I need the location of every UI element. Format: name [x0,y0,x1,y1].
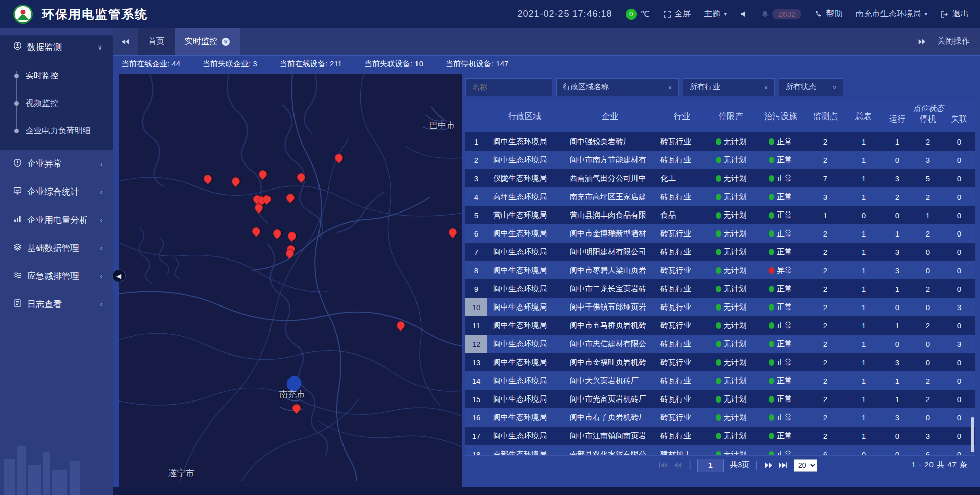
sidebar-item-5[interactable]: 应急减排管理‹ [0,262,113,290]
sidebar-item-0[interactable]: 数据监测∨ [0,35,113,59]
logout-button[interactable]: 退出 [941,9,969,19]
sidebar-subitem[interactable]: 企业电力负荷明细 [0,117,113,145]
table-row[interactable]: 15阆中生态环境局阆中市光富页岩机砖厂砖瓦行业无计划正常21120 [465,390,975,408]
table-row[interactable]: 17阆中生态环境局阆中市江南镇阆南页岩砖瓦行业无计划正常21030 [465,427,975,445]
help-button[interactable]: 帮助 [815,9,842,19]
map-panel[interactable]: 巴中市南充市遂宁市 ◀ [119,74,462,487]
cell-stopped: 0 [913,358,943,367]
double-chevron-right-icon[interactable] [918,38,926,45]
cell-company: 阆中大兴页岩机砖厂 [562,376,657,386]
chevron-collapsed-icon: ‹ [100,272,102,280]
chevron-down-icon: ∨ [97,43,102,51]
industry-select[interactable]: 所有行业 ∨ [683,78,775,96]
cell-production-limit: 无计划 [706,229,755,239]
fullscreen-button[interactable]: 全屏 [663,9,691,19]
table-row[interactable]: 18南部生态环境局南部县双化水泥有限公建材加工无计划正常60060 [465,445,975,455]
cell-total-meters: 1 [845,266,882,275]
cell-region: 阆中生态环境局 [487,284,562,294]
table-row[interactable]: 12阆中生态环境局阆中市忠信建材有限公砖瓦行业无计划正常21003 [465,335,975,353]
sidebar-subitem[interactable]: 视频监控 [0,89,113,117]
sidebar-item-6[interactable]: 日志查看‹ [0,290,113,318]
app-header: 环保用电监管系统 2021-02-25 17:46:18 0 ℃ 全屏 主题 ▾ [0,0,980,28]
cell-row-number: 3 [465,174,487,183]
first-page-button[interactable] [659,462,668,469]
close-operations-button[interactable]: 关闭操作 [937,36,970,47]
chevron-collapsed-icon: ‹ [100,188,102,196]
page-input[interactable] [697,459,724,472]
sidebar-item-3[interactable]: 企业用电量分析‹ [0,206,113,234]
status-dot-icon [769,359,774,366]
table-row[interactable]: 10阆中生态环境局阆中千佛镇五郎垭页岩砖瓦行业无计划正常21003 [465,298,975,316]
cell-industry: 砖瓦行业 [657,394,706,404]
cell-row-number: 11 [465,321,487,330]
table-row[interactable]: 6阆中生态环境局阆中市金博瑞新型墙材砖瓦行业无计划正常21120 [465,224,975,243]
chevron-collapsed-icon: ‹ [100,160,102,168]
region-select[interactable]: 行政区域名称 ∨ [556,78,679,96]
cell-monitor-points: 2 [805,376,845,385]
cell-stopped: 6 [913,450,943,456]
cell-row-number: 5 [465,211,487,220]
table-row[interactable]: 11阆中生态环境局阆中市五马桥页岩机砖砖瓦行业无计划正常21120 [465,316,975,335]
prev-page-button[interactable] [674,462,682,469]
sidebar-subitem[interactable]: 实时监控 [0,62,113,89]
status-metric: 当前在线设备: 211 [280,59,342,69]
cell-production-limit: 无计划 [706,413,755,422]
user-menu[interactable]: 南充市生态环境局 ▾ [855,9,927,19]
cell-running: 0 [882,432,913,440]
notification-button[interactable]: 2632 [761,9,801,19]
map-collapse-button[interactable]: ◀ [112,269,126,282]
cell-pollution-facility: 正常 [755,413,805,422]
tabs-scroll-left-button[interactable] [113,28,138,55]
sidebar-item-2[interactable]: 企业综合统计‹ [0,178,113,206]
cell-monitor-points: 2 [805,248,845,256]
status-dot-icon [716,433,721,439]
cell-total-meters: 1 [845,358,882,367]
cell-running: 0 [882,340,913,348]
page-size-select[interactable]: 20 [794,459,817,472]
divider: | [755,460,758,470]
tab-首页[interactable]: 首页 [138,28,175,55]
cell-running: 1 [882,395,913,404]
cell-region: 阆中生态环境局 [487,266,562,275]
status-dot-icon [716,414,721,421]
table-row[interactable]: 14阆中生态环境局阆中大兴页岩机砖厂砖瓦行业无计划正常21120 [465,371,975,390]
tab-实时监控[interactable]: 实时监控✕ [175,28,240,55]
status-select[interactable]: 所有状态 ∨ [779,78,843,96]
theme-dropdown[interactable]: 主题 ▾ [704,9,727,19]
cell-total-meters: 0 [845,450,882,456]
status-dot-icon [716,157,721,163]
sidebar-item-1[interactable]: 企业异常‹ [0,150,113,178]
status-dot-icon [716,451,721,456]
table-row[interactable]: 5营山生态环境局营山县润丰肉食品有限食品无计划正常10010 [465,206,975,224]
table-row[interactable]: 3仪陇生态环境局西南油气田分公司川中化工无计划正常71350 [465,169,975,187]
cell-production-limit: 无计划 [706,431,755,441]
table-row[interactable]: 16阆中生态环境局阆中市石子页岩机砖厂砖瓦行业无计划正常21300 [465,408,975,427]
cell-pollution-facility: 正常 [755,192,805,202]
scrollbar-thumb[interactable] [971,417,974,452]
cell-production-limit: 无计划 [706,450,755,456]
table-row[interactable]: 1阆中生态环境局阆中强锐页岩砖厂砖瓦行业无计划正常21120 [465,132,975,151]
mute-button[interactable] [740,10,748,18]
last-page-icon [779,462,788,469]
last-page-button[interactable] [779,462,788,469]
status-dot-icon [716,212,721,219]
bullet-icon [14,129,19,133]
close-icon[interactable]: ✕ [222,38,230,46]
table-row[interactable]: 8阆中生态环境局阆中市枣碧大梁山页岩砖瓦行业无计划异常21300 [465,261,975,279]
table-row[interactable]: 9阆中生态环境局阆中市二龙长宝页岩砖砖瓦行业无计划正常21120 [465,279,975,298]
cell-stopped: 3 [913,432,943,440]
status-dot-icon [769,304,774,311]
bullet-icon [14,74,19,78]
next-page-button[interactable] [764,462,773,469]
table-row[interactable]: 4高坪生态环境局南充市高坪区王家店建砖瓦行业无计划正常31220 [465,187,975,206]
table-row[interactable]: 13阆中生态环境局阆中市金福旺页岩机砖砖瓦行业无计划正常21300 [465,353,975,371]
table-row[interactable]: 2阆中生态环境局阆中市南方节能建材有砖瓦行业无计划正常21030 [465,151,975,169]
log-icon [13,299,22,310]
sidebar-item-4[interactable]: 基础数据管理‹ [0,234,113,262]
cell-running: 3 [882,358,913,367]
table-row[interactable]: 7阆中生态环境局阆中明阳建材有限公司砖瓦行业无计划正常21300 [465,243,975,261]
cell-pollution-facility: 正常 [755,394,805,404]
name-search-field[interactable] [465,78,552,96]
chevron-down-icon: ∨ [764,84,768,91]
name-input[interactable] [472,83,546,91]
